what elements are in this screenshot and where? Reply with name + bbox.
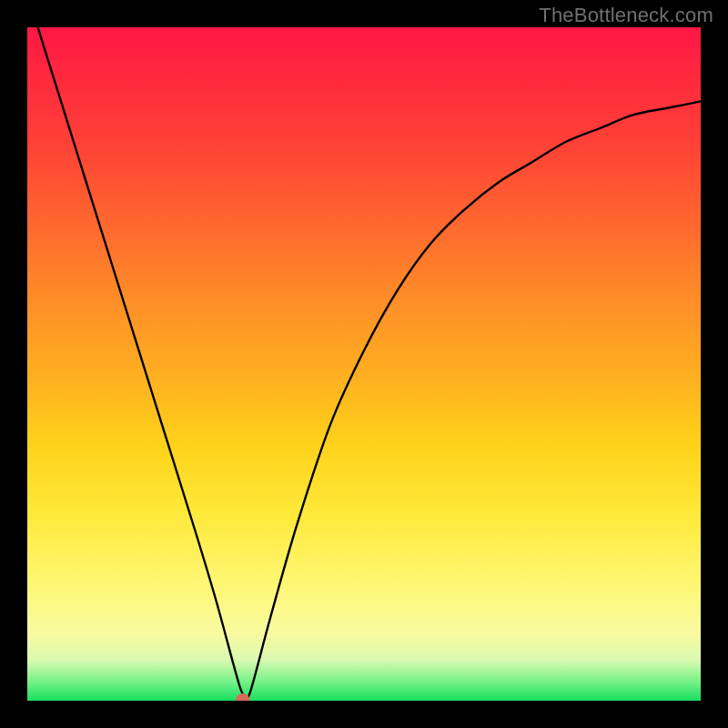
watermark-label: TheBottleneck.com <box>539 4 713 27</box>
chart-frame: TheBottleneck.com <box>0 0 728 728</box>
curve-svg <box>27 27 701 701</box>
bottleneck-curve-path <box>27 27 701 701</box>
plot-area <box>27 27 701 701</box>
curve-minimum-marker <box>236 693 250 701</box>
